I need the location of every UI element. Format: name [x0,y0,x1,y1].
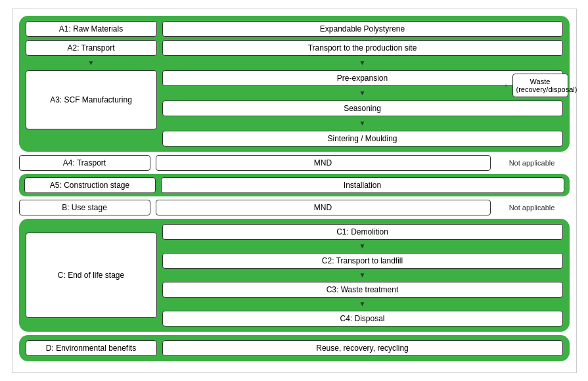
c2-c3-arrow: ▼ [162,272,563,279]
d-right-box: Reuse, recovery, recycling [162,340,563,356]
right-arrow-3: ▼ [162,120,563,127]
c2-box: C2: Transport to landfill [162,253,563,269]
a4-na-label: Not applicable [496,159,568,167]
a4-right-box: MND [156,155,491,171]
a4-left-box: A4: Trasport [19,155,150,171]
seasoning-box: Seasoning [162,101,563,116]
right-arrow-1: ▼ [162,60,563,66]
a3-box: A3: SCF Manufacturing [26,70,157,129]
a2-a3-arrow: ▼ [26,60,157,66]
b-right-box: MND [156,200,491,215]
a5-left-box: A5: Construction stage [24,177,156,193]
c-left-box: C: End of life stage [26,233,157,318]
c1-box: C1: Demolition [162,224,563,240]
a4-row: A4: Trasport MND Not applicable [19,155,570,171]
c3-box: C3: Waste treatment [162,282,563,298]
a5-right-box: Installation [161,177,564,193]
a2-box: A2: Transport [26,40,157,56]
a5-row: A5: Construction stage Installation [19,174,570,196]
c1-c2-arrow: ▼ [162,243,563,250]
c4-box: C4: Disposal [162,311,563,326]
waste-box: Waste(recovery/disposal) [512,74,568,97]
diagram-container: A1: Raw Materials A2: Transport ▼ A3: SC… [12,9,577,373]
b-row: B: Use stage MND Not applicable [19,200,570,215]
c3-c4-arrow: ▼ [162,301,563,307]
transport-production-box: Transport to the production site [162,40,563,56]
section-c-container: C: End of life stage C1: Demolition ▼ C2… [19,219,570,332]
d-left-box: D: Environmental benefits [26,340,157,356]
b-na-label: Not applicable [496,204,568,212]
a1-box: A1: Raw Materials [26,21,157,37]
eps-box: Expandable Polystyrene [162,21,563,37]
section-d-container: D: Environmental benefits Reuse, recover… [19,335,570,361]
waste-arrow-icon: → [499,79,510,91]
b-left-box: B: Use stage [19,200,150,215]
sintering-box: Sintering / Moulding [162,131,563,146]
section-a-container: A1: Raw Materials A2: Transport ▼ A3: SC… [19,16,570,152]
waste-area: → Waste(recovery/disposal) [499,74,568,97]
